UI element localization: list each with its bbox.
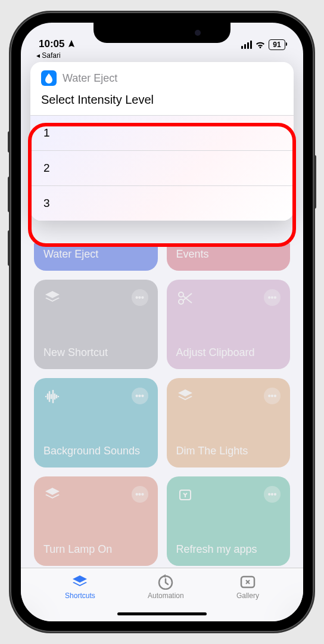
gallery-icon [239,574,257,590]
water-drop-icon [41,70,57,86]
intensity-option-2[interactable]: 2 [30,150,294,185]
tile-label: Adjust Clipboard [176,346,281,360]
home-indicator[interactable] [117,612,207,615]
shortcut-tile[interactable]: •••Dim The Lights [167,378,291,467]
shortcut-tile[interactable]: •••New Shortcut [34,280,158,369]
stack-icon [43,289,61,307]
waveform-icon [43,388,61,405]
shortcuts-icon [71,574,89,590]
shortcut-tile[interactable]: •••Refresh my apps [167,476,291,566]
phone-frame: 10:05 91 ◂ Safari Water Eject Events [10,12,314,632]
intensity-options: 1 2 3 [30,115,294,221]
stack-icon [43,486,61,504]
scissors-icon [176,289,194,307]
battery-indicator: 91 [269,39,285,50]
intensity-option-1[interactable]: 1 [30,115,294,150]
tab-gallery[interactable]: Gallery [236,574,259,621]
more-icon[interactable]: ••• [132,289,148,306]
intensity-option-3[interactable]: 3 [30,185,294,221]
tile-label: Refresh my apps [176,543,281,556]
more-icon[interactable]: ••• [264,486,281,503]
shortcut-tile[interactable]: Water Eject [34,243,158,271]
tile-label: New Shortcut [43,346,148,360]
shortcut-tile[interactable]: •••Turn Lamp On [34,476,158,566]
modal-app-name: Water Eject [63,72,117,85]
tile-label: Background Sounds [43,445,148,458]
wifi-icon [255,41,266,49]
location-icon [68,40,75,48]
stack-icon [176,388,194,405]
more-icon[interactable]: ••• [132,486,148,503]
tab-shortcuts[interactable]: Shortcuts [65,574,95,621]
shortcut-tile[interactable]: Events [167,243,291,271]
automation-icon [157,574,175,590]
shortcut-tile[interactable]: •••Adjust Clipboard [167,280,291,369]
square-icon [176,486,194,504]
notch [94,23,230,43]
modal-prompt: Select Intensity Level [30,91,294,115]
more-icon[interactable]: ••• [264,289,281,306]
back-to-app[interactable]: ◂ Safari [36,51,61,60]
intensity-modal: Water Eject Select Intensity Level 1 2 3 [30,62,294,221]
shortcut-tile[interactable]: •••Background Sounds [34,378,158,467]
signal-icon [241,41,252,49]
screen: 10:05 91 ◂ Safari Water Eject Events [21,23,303,621]
more-icon[interactable]: ••• [132,388,148,404]
status-time: 10:05 [39,38,64,50]
tile-label: Turn Lamp On [43,543,148,556]
more-icon[interactable]: ••• [264,388,281,404]
tile-label: Dim The Lights [176,445,281,458]
